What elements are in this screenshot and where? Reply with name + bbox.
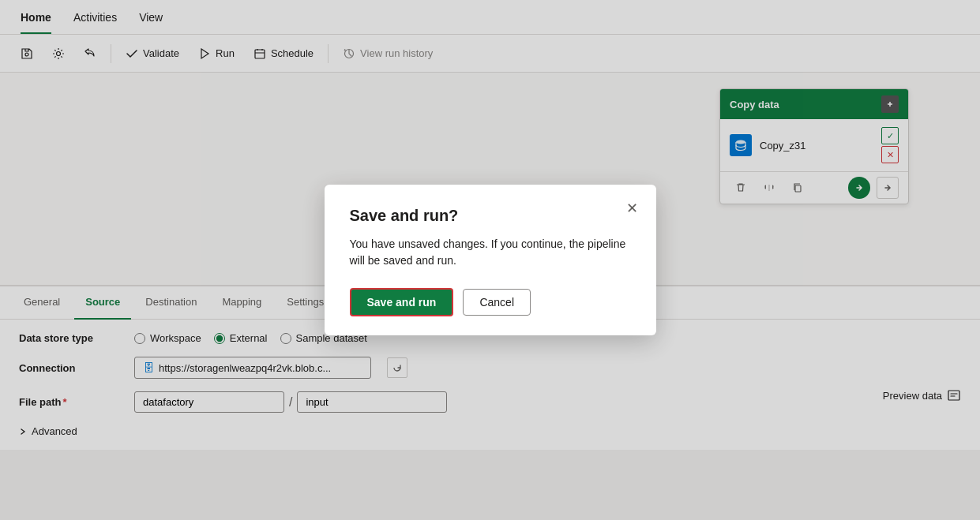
modal-title: Save and run? xyxy=(350,207,631,225)
modal-actions: Save and run Cancel xyxy=(350,288,631,316)
cancel-button[interactable]: Cancel xyxy=(463,289,531,316)
save-and-run-button[interactable]: Save and run xyxy=(350,288,454,316)
modal-overlay: Save and run? ✕ You have unsaved changes… xyxy=(0,0,980,520)
modal-close-btn[interactable]: ✕ xyxy=(621,197,644,219)
save-run-modal: Save and run? ✕ You have unsaved changes… xyxy=(325,185,656,335)
modal-body: You have unsaved changes. If you continu… xyxy=(350,236,631,269)
